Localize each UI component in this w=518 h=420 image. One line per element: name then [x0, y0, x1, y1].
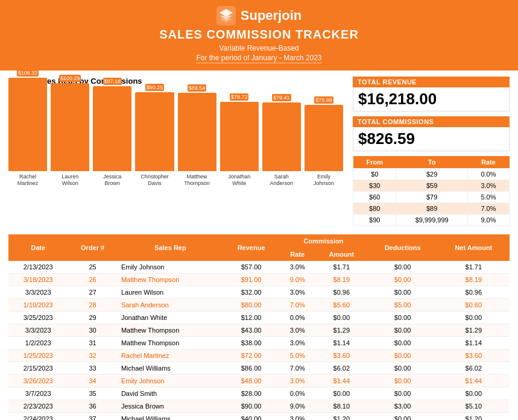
period-label: For the period of January - March 2023 [196, 54, 321, 63]
cell-order: 33 [68, 362, 118, 375]
cell-order: 31 [68, 337, 118, 349]
cell-order: 25 [68, 261, 118, 274]
cell-salesrep: Sarah Anderson [118, 299, 223, 312]
cell-deductions: $0.00 [368, 286, 438, 299]
bar-rect [51, 83, 89, 171]
cell-revenue: $32.00 [223, 286, 279, 299]
cell-rate: 3.0% [279, 324, 315, 337]
cell-deductions: $0.00 [368, 261, 438, 274]
rate-cell-to: $79 [396, 192, 467, 203]
table-row: 1/10/202328Sarah Anderson$80.007.0%$5.60… [8, 299, 510, 312]
cell-order: 26 [68, 274, 118, 286]
cell-date: 2/24/2023 [8, 413, 68, 421]
superjoin-logo-icon [216, 6, 236, 25]
table-row: 3/3/202330Matthew Thompson$43.003.0%$1.2… [8, 324, 510, 337]
cell-salesrep: Matthew Thompson [118, 274, 223, 286]
bar-column: $89.54Matthew Thompson [178, 84, 216, 187]
bar-chart: $106.32Rachel Martinez$100.29Lauren Wils… [8, 90, 343, 187]
cell-revenue: $28.00 [223, 387, 279, 400]
bar-column: $79.41Sarah Anderson [262, 94, 301, 187]
cell-salesrep: Emily Johnson [118, 261, 223, 274]
bar-rep-label: Rachel Martinez [17, 174, 39, 187]
table-row: 3/26/202334Emily Johnson$48.003.0%$1.44$… [8, 375, 510, 387]
header: Superjoin SALES COMMISSION TRACKER Varia… [0, 0, 518, 71]
cell-revenue: $12.00 [223, 312, 279, 324]
cell-net: $0.00 [438, 387, 510, 400]
rate-cell-rate: 7.0% [467, 203, 509, 215]
bar-column: $79.72Jonathan White [220, 93, 259, 187]
col-order: Order # [68, 234, 118, 261]
cell-salesrep: Matthew Thompson [118, 324, 223, 337]
rate-table-row: $0$290.0% [353, 169, 510, 180]
page-title: SALES COMMISSION TRACKER [0, 28, 518, 42]
cell-salesrep: Matthew Thompson [118, 337, 223, 349]
col-deductions: Deductions [368, 234, 438, 261]
cell-salesrep: Rachel Martinez [118, 349, 223, 362]
col-revenue: Revenue [223, 234, 279, 261]
col-date: Date [8, 234, 68, 261]
cell-date: 1/2/2023 [8, 337, 68, 349]
cell-deductions: $0.00 [368, 312, 438, 324]
total-commissions-box: TOTAL COMMISSIONS $826.59 [353, 116, 510, 151]
cell-net: $0.60 [438, 299, 510, 312]
bar-rep-label: Emily Johnson [314, 174, 334, 187]
cell-deductions: $0.00 [368, 413, 438, 421]
total-revenue-label: TOTAL REVENUE [353, 77, 510, 87]
cell-date: 3/25/2023 [8, 312, 68, 324]
cell-rate: 0.0% [279, 312, 315, 324]
bar-value-label: $79.41 [272, 94, 291, 101]
bar-rect [305, 105, 343, 171]
bar-value-label: $106.32 [17, 69, 39, 77]
cell-rate: 9.0% [279, 274, 315, 286]
total-revenue-box: TOTAL REVENUE $16,218.00 [353, 77, 510, 111]
rate-table: From To Rate $0$290.0%$30$593.0%$60$795.… [353, 156, 510, 226]
cell-revenue: $90.00 [223, 400, 279, 413]
cell-revenue: $48.00 [223, 375, 279, 387]
cell-amount: $0.00 [315, 312, 367, 324]
chart-section: Top 10 Sales Reps by Commissions $106.32… [8, 77, 343, 226]
cell-order: 37 [68, 413, 118, 421]
cell-deductions: $0.00 [368, 375, 438, 387]
bar-value-label: $97.18 [103, 78, 122, 85]
cell-rate: 5.0% [279, 349, 315, 362]
cell-revenue: $40.00 [223, 413, 279, 421]
table-row: 1/25/202332Rachel Martinez$72.005.0%$3.6… [8, 349, 510, 362]
cell-deductions: $0.00 [368, 362, 438, 375]
cell-deductions: $5.00 [368, 299, 438, 312]
cell-revenue: $86.00 [223, 362, 279, 375]
col-commission-group: Commission [279, 234, 367, 248]
cell-rate: 3.0% [279, 337, 315, 349]
bar-rep-label: Christopher Davis [141, 174, 169, 187]
table-row: 3/7/202335David Smith$28.000.0%$0.00$0.0… [8, 387, 510, 400]
bar-rep-label: Lauren Wilson [62, 174, 78, 187]
rate-header-rate: Rate [467, 156, 509, 169]
cell-amount: $3.60 [315, 349, 367, 362]
main-content: Top 10 Sales Reps by Commissions $106.32… [0, 71, 518, 420]
cell-net: $1.71 [438, 261, 510, 274]
cell-deductions: $0.00 [368, 324, 438, 337]
bar-rect [262, 102, 301, 171]
cell-order: 28 [68, 299, 118, 312]
cell-salesrep: Jessica Brown [118, 400, 223, 413]
cell-amount: $1.20 [315, 413, 367, 421]
cell-revenue: $72.00 [223, 349, 279, 362]
cell-date: 2/13/2023 [8, 261, 68, 274]
cell-salesrep: David Smith [118, 387, 223, 400]
rate-cell-rate: 9.0% [467, 215, 509, 226]
table-row: 2/24/202337Michael Williams$40.003.0%$1.… [8, 413, 510, 421]
cell-salesrep: Jonathan White [118, 312, 223, 324]
rate-cell-from: $90 [353, 215, 396, 226]
bar-value-label: $100.29 [59, 75, 81, 82]
bar-value-label: $89.54 [188, 84, 207, 92]
bar-rep-label: Matthew Thompson [184, 174, 210, 187]
rate-cell-to: $59 [396, 180, 467, 192]
col-commission-rate: Rate [279, 248, 315, 261]
cell-date: 2/15/2023 [8, 362, 68, 375]
cell-net: $1.20 [438, 413, 510, 421]
cell-net: $0.96 [438, 286, 510, 299]
total-revenue-value: $16,218.00 [353, 87, 510, 111]
logo-area: Superjoin [0, 6, 518, 25]
cell-rate: 7.0% [279, 362, 315, 375]
cell-salesrep: Emily Johnson [118, 375, 223, 387]
table-row: 2/13/202325Emily Johnson$57.003.0%$1.71$… [8, 261, 510, 274]
